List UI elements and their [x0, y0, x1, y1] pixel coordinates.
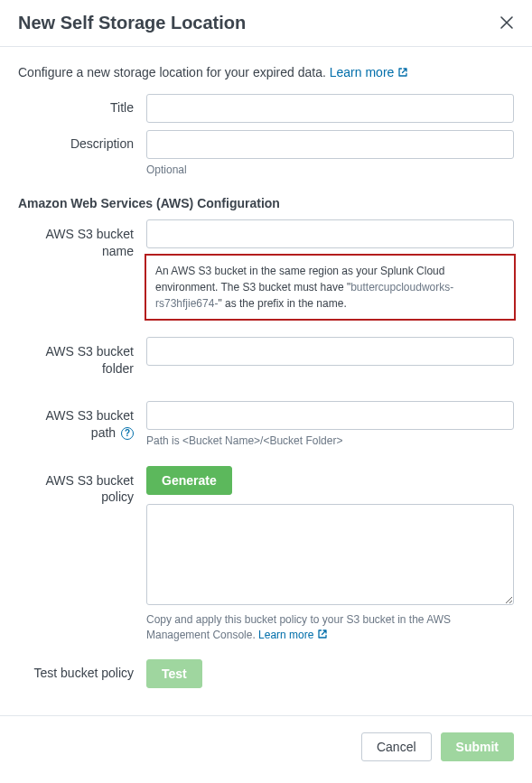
bucket-name-input[interactable]: [146, 219, 514, 248]
bucket-folder-label: AWS S3 bucket folder: [18, 337, 146, 378]
description-hint: Optional: [146, 163, 514, 178]
row-bucket-name: AWS S3 bucket name An AWS S3 bucket in t…: [18, 219, 514, 321]
row-bucket-path: AWS S3 bucket path ? Path is <Bucket Nam…: [18, 401, 514, 449]
cancel-button[interactable]: Cancel: [361, 732, 432, 761]
bucket-policy-hint: Copy and apply this bucket policy to you…: [146, 612, 514, 644]
dialog-body: Configure a new storage location for you…: [0, 47, 532, 715]
bucket-policy-textarea[interactable]: [146, 504, 514, 605]
close-icon: [499, 14, 514, 33]
new-self-storage-dialog: New Self Storage Location Configure a ne…: [0, 0, 532, 778]
bucket-path-hint: Path is <Bucket Name>/<Bucket Folder>: [146, 433, 514, 449]
bucket-policy-label: AWS S3 bucket policy: [18, 466, 146, 507]
title-input[interactable]: [146, 94, 514, 123]
help-icon[interactable]: ?: [121, 427, 134, 440]
dialog-title: New Self Storage Location: [18, 13, 246, 33]
policy-learn-more-label: Learn more: [258, 629, 313, 641]
dialog-header: New Self Storage Location: [0, 0, 532, 46]
external-link-icon: [317, 629, 328, 641]
row-bucket-policy: AWS S3 bucket policy Generate Copy and a…: [18, 466, 514, 644]
policy-learn-more-link[interactable]: Learn more: [258, 629, 328, 641]
close-button[interactable]: [499, 14, 514, 33]
submit-button[interactable]: Submit: [441, 732, 514, 761]
description-label: Description: [18, 130, 146, 151]
bucket-name-callout: An AWS S3 bucket in the same region as y…: [145, 254, 516, 321]
intro-copy: Configure a new storage location for you…: [18, 65, 330, 79]
generate-button[interactable]: Generate: [146, 466, 232, 495]
external-link-icon: [397, 65, 408, 79]
callout-text-b: " as the prefix in the name.: [218, 297, 346, 310]
bucket-name-label: AWS S3 bucket name: [18, 219, 146, 260]
intro-text: Configure a new storage location for you…: [18, 65, 514, 79]
bucket-path-input: [146, 401, 514, 430]
learn-more-link[interactable]: Learn more: [330, 65, 408, 79]
row-bucket-folder: AWS S3 bucket folder: [18, 337, 514, 378]
row-description: Description Optional: [18, 130, 514, 178]
test-button[interactable]: Test: [146, 659, 202, 688]
bucket-folder-input[interactable]: [146, 337, 514, 366]
learn-more-label: Learn more: [330, 65, 395, 79]
test-policy-label: Test bucket policy: [18, 659, 146, 680]
dialog-footer: Cancel Submit: [0, 716, 532, 778]
aws-section-title: Amazon Web Services (AWS) Configuration: [18, 196, 514, 210]
row-test-policy: Test bucket policy Test: [18, 659, 514, 688]
bucket-path-label: AWS S3 bucket path ?: [18, 401, 146, 442]
title-label: Title: [18, 94, 146, 115]
description-input[interactable]: [146, 130, 514, 159]
row-title: Title: [18, 94, 514, 123]
